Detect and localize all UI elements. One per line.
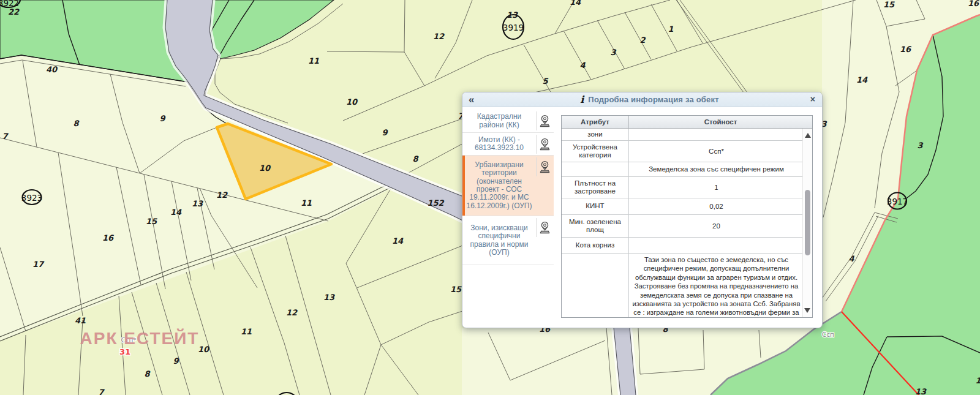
parcel-label: 14 — [570, 0, 581, 7]
parcel-label: 10 — [198, 345, 210, 354]
parcel-label: 152 — [427, 198, 444, 208]
table-header: Атрибут Стойност — [562, 116, 812, 129]
value-cell: 1 — [629, 177, 804, 198]
parcel-label: 14 — [856, 75, 868, 85]
attr-cell: Устройствена категория — [562, 141, 629, 162]
parcel-label: 15 — [450, 285, 462, 294]
parcel-label: 12 — [216, 190, 228, 200]
scroll-down-button[interactable] — [804, 308, 810, 313]
close-button[interactable]: × — [810, 92, 815, 107]
parcel-label: 13 — [507, 10, 518, 20]
region-number-label: 3922 — [0, 0, 19, 8]
parcel-label: 12 — [286, 308, 298, 317]
table-row: Мин. озеленена площ 20 — [562, 215, 812, 238]
info-panel: « i Подробна информация за обект × Кадас… — [462, 92, 823, 328]
parcel-label: 2 — [639, 36, 646, 45]
zone-code-label: Ссп — [822, 331, 834, 338]
parcel-label: 16 — [102, 233, 115, 243]
parcel-label: 15 — [146, 217, 157, 226]
table-row: Тази зона по същество е земеделска, но с… — [562, 254, 812, 317]
attr-cell — [562, 254, 629, 317]
map-pin-icon — [536, 133, 554, 155]
attr-cell: Плътност на застрояване — [562, 177, 629, 198]
value-cell — [629, 238, 804, 253]
sidebar-item-imoti[interactable]: Имоти (КК) - 68134.3923.10 — [462, 133, 554, 156]
parcel-label: 13 — [323, 293, 335, 302]
parcel-label: 15 — [883, 0, 895, 9]
collapse-button[interactable]: « — [469, 92, 474, 107]
parcel-label: 4 — [579, 61, 586, 70]
value-cell: Тази зона по същество е земеделска, но с… — [629, 254, 804, 317]
value-cell: 20 — [629, 215, 804, 237]
parcel-label: 11 — [308, 56, 319, 66]
table-scrollbar[interactable] — [802, 129, 812, 317]
sidebar-item-kadastralni-rajoni[interactable]: Кадастрални райони (КК) — [462, 110, 554, 133]
info-icon: i — [580, 94, 584, 105]
value-cell: Земеделска зона със специфичен режим — [629, 162, 804, 176]
table-row: Плътност на застрояване 1 — [562, 177, 812, 198]
parcel-label: 16 — [900, 45, 912, 54]
parcel-label: 12 — [433, 32, 445, 41]
table-row: Устройствена категория Ссп* — [562, 141, 812, 162]
parcel-label: 16 — [968, 0, 980, 8]
parcel-label: 3 — [610, 48, 616, 57]
region-number-label: 3923 — [21, 193, 42, 203]
parcel-label: 11 — [241, 327, 252, 336]
parcel-label: 11 — [301, 198, 312, 208]
region-number-label: 3919 — [503, 23, 524, 32]
parcel-label: 10 — [346, 97, 358, 107]
map-pin-icon — [536, 110, 554, 132]
table-row: Земеделска зона със специфичен режим — [562, 162, 812, 177]
parcel-label: 13 — [192, 199, 203, 208]
attr-cell: Кота корниз — [562, 238, 629, 253]
table-row: зони — [562, 129, 812, 141]
watermark: АРК ЕСТЕЙТ — [80, 328, 200, 348]
table-row: КИНТ 0,02 — [562, 198, 812, 215]
sidebar-item-urbanizirani-teritorii[interactable]: Урбанизирани територии (окончателен прое… — [462, 156, 554, 216]
scroll-thumb[interactable] — [805, 190, 810, 255]
parcel-label: 41 — [75, 316, 86, 325]
panel-header: « i Подробна информация за обект × — [462, 92, 822, 107]
parcel-label: 10 — [259, 164, 271, 173]
parcel-label: 22 — [8, 7, 20, 17]
value-cell: 0,02 — [629, 198, 804, 214]
attr-cell: КИНТ — [562, 198, 629, 214]
map-pin-icon — [536, 216, 554, 265]
parcel-label: 14 — [392, 236, 404, 246]
parcel-label: 1 — [668, 24, 673, 34]
lot-number-red-label: 31 — [119, 347, 130, 356]
sidebar-item-label: Кадастрални райони (КК) — [462, 110, 536, 132]
attr-cell: Мин. озеленена площ — [562, 215, 629, 237]
parcel-label: 13 — [915, 387, 927, 395]
parcel-label: 17 — [32, 260, 45, 269]
table-header-attribute: Атрибут — [562, 116, 629, 128]
attr-cell — [562, 162, 629, 176]
region-number-label: 3917 — [887, 197, 908, 206]
attribute-table: Атрибут Стойност зони Устройствена катег… — [561, 115, 813, 318]
value-cell: Ссп* — [629, 141, 804, 162]
parcel-label: 3 — [917, 141, 923, 150]
table-row: Кота корниз — [562, 238, 812, 254]
parcel-label: 1 — [975, 376, 980, 385]
panel-title: Подробна информация за обект — [588, 95, 718, 104]
parcel-label: 4 — [848, 254, 854, 263]
sidebar-item-label: Урбанизирани територии (окончателен прое… — [462, 156, 536, 216]
attr-cell: зони — [562, 129, 629, 140]
secondary-road — [614, 328, 636, 395]
layer-sidebar: Кадастрални райони (КК) Имоти (КК) - 681… — [462, 107, 554, 265]
table-body: зони Устройствена категория Ссп* Земедел… — [562, 129, 812, 317]
parcel-label: 5 — [542, 77, 548, 86]
sidebar-item-zoni[interactable]: Зони, изискващи специфични правила и нор… — [462, 216, 554, 265]
parcel-label: 40 — [46, 65, 58, 74]
value-cell — [629, 129, 804, 140]
table-header-value: Стойност — [629, 116, 812, 128]
sidebar-item-label: Имоти (КК) - 68134.3923.10 — [462, 133, 536, 155]
scroll-up-button[interactable] — [805, 133, 811, 138]
parcel-label: 14 — [170, 208, 182, 217]
sidebar-item-label: Зони, изискващи специфични правила и нор… — [462, 216, 536, 265]
map-pin-icon — [536, 156, 554, 216]
